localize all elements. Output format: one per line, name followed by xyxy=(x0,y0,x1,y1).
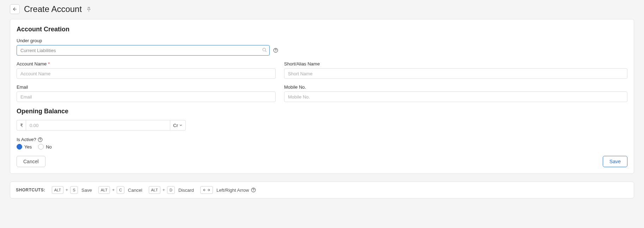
shortcut-action-arrows: Left/Right Arrow xyxy=(216,188,249,193)
radio-label-no: No xyxy=(46,144,52,150)
currency-symbol: ₹ xyxy=(17,120,26,131)
shortcut-action-discard: Discard xyxy=(178,188,194,193)
key-alt: ALT xyxy=(98,186,110,194)
plus-icon: + xyxy=(112,188,115,192)
radio-icon xyxy=(38,144,44,150)
key-alt: ALT xyxy=(149,186,160,194)
shortcut-action-save: Save xyxy=(81,188,92,193)
is-active-yes-radio[interactable]: Yes xyxy=(17,144,32,150)
help-icon[interactable] xyxy=(273,48,278,53)
shortcut-discard: ALT + D Discard xyxy=(149,186,194,194)
arrow-right-icon xyxy=(207,188,210,192)
short-name-label: Short/Alias Name xyxy=(284,61,627,66)
page-header: Create Account xyxy=(10,4,634,14)
shortcut-save: ALT + S Save xyxy=(52,186,92,194)
shortcut-action-cancel: Cancel xyxy=(128,188,142,193)
opening-balance-input[interactable] xyxy=(26,120,170,131)
shortcuts-bar: SHORTCUTS: ALT + S Save ALT + C Cancel A… xyxy=(10,182,634,198)
svg-point-1 xyxy=(263,48,265,51)
under-group-label: Under group xyxy=(17,38,627,43)
key-d: D xyxy=(167,186,175,194)
pin-icon[interactable] xyxy=(86,6,92,12)
plus-icon: + xyxy=(66,188,68,192)
section-title-opening-balance: Opening Balance xyxy=(17,108,627,115)
form-card: Account Creation Under group Account Nam… xyxy=(10,19,634,174)
cancel-button[interactable]: Cancel xyxy=(17,156,45,167)
crdr-value: Cr xyxy=(173,123,178,128)
mobile-input[interactable] xyxy=(284,91,627,102)
section-title-account-creation: Account Creation xyxy=(17,26,627,33)
radio-label-yes: Yes xyxy=(24,144,32,150)
account-name-input[interactable] xyxy=(17,68,276,79)
shortcut-cancel: ALT + C Cancel xyxy=(98,186,142,194)
shortcut-arrows: Left/Right Arrow xyxy=(200,186,256,194)
chevron-down-icon xyxy=(179,124,183,127)
svg-line-2 xyxy=(265,51,266,52)
key-s: S xyxy=(70,186,78,194)
back-button[interactable] xyxy=(10,4,20,14)
email-input[interactable] xyxy=(17,91,276,102)
search-icon xyxy=(262,48,267,53)
shortcuts-label: SHORTCUTS: xyxy=(16,188,45,192)
key-c: C xyxy=(117,186,124,194)
arrow-left-icon xyxy=(203,188,206,192)
key-alt: ALT xyxy=(52,186,63,194)
mobile-label: Mobile No. xyxy=(284,84,627,90)
under-group-field xyxy=(17,45,270,56)
short-name-input[interactable] xyxy=(284,68,627,79)
email-label: Email xyxy=(17,84,276,90)
radio-icon-checked xyxy=(17,144,22,150)
page-title: Create Account xyxy=(24,4,82,14)
key-arrows xyxy=(200,186,213,194)
crdr-select[interactable]: Cr xyxy=(170,120,186,131)
plus-icon: + xyxy=(162,188,165,192)
under-group-input[interactable] xyxy=(17,45,270,56)
required-star: * xyxy=(48,61,50,66)
save-button[interactable]: Save xyxy=(603,156,627,167)
help-icon[interactable] xyxy=(38,137,43,142)
help-icon[interactable] xyxy=(251,188,256,192)
account-name-label: Account Name* xyxy=(17,61,276,66)
is-active-label: Is Active? xyxy=(17,137,627,142)
is-active-no-radio[interactable]: No xyxy=(38,144,52,150)
arrow-left-icon xyxy=(12,7,17,12)
